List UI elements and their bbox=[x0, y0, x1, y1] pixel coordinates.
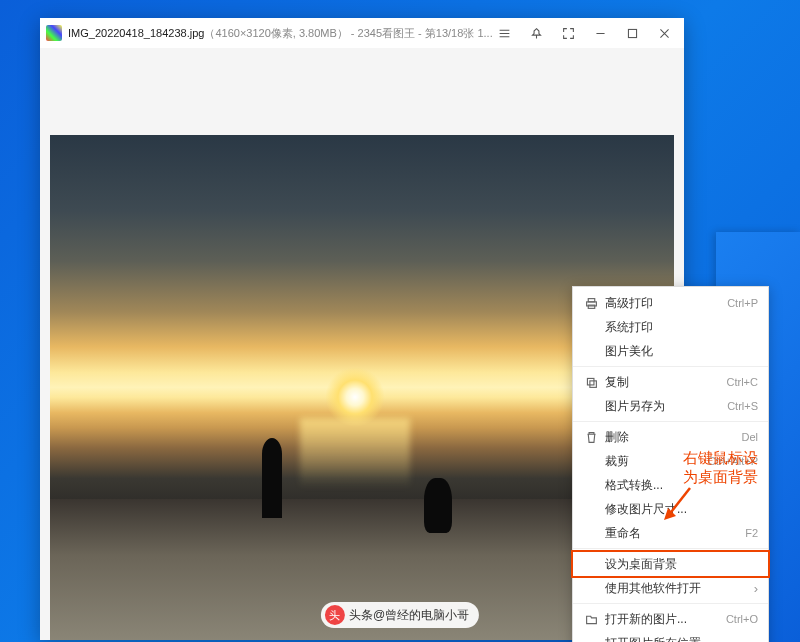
menu-item-label: 复制 bbox=[601, 374, 727, 391]
menu-item-16[interactable]: 打开新的图片...Ctrl+O bbox=[573, 607, 768, 631]
menu-item-shortcut: Ctrl+P bbox=[727, 297, 758, 309]
menu-item-label: 重命名 bbox=[601, 525, 745, 542]
image-figure bbox=[262, 438, 282, 518]
menu-separator bbox=[573, 366, 768, 367]
menu-item-shortcut: F2 bbox=[745, 527, 758, 539]
menu-item-shortcut: Ctrl+C bbox=[727, 376, 758, 388]
pin-icon[interactable] bbox=[528, 25, 544, 41]
title-filename: IMG_20220418_184238.jpg bbox=[68, 27, 204, 39]
svg-rect-5 bbox=[589, 380, 596, 387]
menu-separator bbox=[573, 548, 768, 549]
menu-item-label: 打开图片所在位置 bbox=[601, 635, 758, 643]
title-appinfo: - 2345看图王 - 第13/18张 1... bbox=[348, 27, 493, 39]
title-meta: （4160×3120像素, 3.80MB） bbox=[204, 27, 347, 39]
menu-item-13[interactable]: 设为桌面背景 bbox=[573, 552, 768, 576]
menu-item-2[interactable]: 图片美化 bbox=[573, 339, 768, 363]
copy-icon bbox=[581, 376, 601, 389]
titlebar: IMG_20220418_184238.jpg（4160×3120像素, 3.8… bbox=[40, 18, 684, 48]
menu-item-shortcut bbox=[754, 581, 758, 596]
annotation-text: 右键鼠标设为桌面背景 bbox=[683, 449, 758, 487]
menu-item-label: 图片美化 bbox=[601, 343, 758, 360]
author-text: 头条@曾经的电脑小哥 bbox=[349, 607, 469, 624]
menu-item-shortcut: Ctrl+O bbox=[726, 613, 758, 625]
image-reflection bbox=[300, 418, 410, 488]
svg-rect-0 bbox=[628, 29, 636, 37]
menu-icon[interactable] bbox=[496, 25, 512, 41]
menu-separator bbox=[573, 603, 768, 604]
menu-item-label: 图片另存为 bbox=[601, 398, 727, 415]
menu-item-14[interactable]: 使用其他软件打开 bbox=[573, 576, 768, 600]
menu-item-label: 系统打印 bbox=[601, 319, 758, 336]
svg-rect-4 bbox=[587, 378, 594, 385]
menu-item-0[interactable]: 高级打印Ctrl+P bbox=[573, 291, 768, 315]
menu-item-label: 使用其他软件打开 bbox=[601, 580, 754, 597]
close-button[interactable] bbox=[656, 25, 672, 41]
author-icon: 头 bbox=[325, 605, 345, 625]
menu-item-label: 高级打印 bbox=[601, 295, 727, 312]
minimize-button[interactable] bbox=[592, 25, 608, 41]
menu-separator bbox=[573, 421, 768, 422]
menu-item-7[interactable]: 删除Del bbox=[573, 425, 768, 449]
trash-icon bbox=[581, 431, 601, 444]
menu-item-1[interactable]: 系统打印 bbox=[573, 315, 768, 339]
printer-icon bbox=[581, 297, 601, 310]
menu-item-4[interactable]: 复制Ctrl+C bbox=[573, 370, 768, 394]
author-watermark: 头 头条@曾经的电脑小哥 bbox=[321, 602, 479, 628]
folder-icon bbox=[581, 613, 601, 626]
app-icon bbox=[46, 25, 62, 41]
maximize-button[interactable] bbox=[624, 25, 640, 41]
annotation-arrow bbox=[660, 486, 700, 526]
menu-item-17[interactable]: 打开图片所在位置 bbox=[573, 631, 768, 642]
menu-item-label: 删除 bbox=[601, 429, 741, 446]
menu-item-5[interactable]: 图片另存为Ctrl+S bbox=[573, 394, 768, 418]
menu-item-shortcut: Del bbox=[741, 431, 758, 443]
window-title: IMG_20220418_184238.jpg（4160×3120像素, 3.8… bbox=[68, 26, 496, 41]
image-figure bbox=[424, 478, 452, 533]
menu-item-label: 打开新的图片... bbox=[601, 611, 726, 628]
fullscreen-icon[interactable] bbox=[560, 25, 576, 41]
menu-item-shortcut: Ctrl+S bbox=[727, 400, 758, 412]
highlight-box bbox=[571, 550, 770, 578]
svg-rect-3 bbox=[588, 305, 595, 308]
